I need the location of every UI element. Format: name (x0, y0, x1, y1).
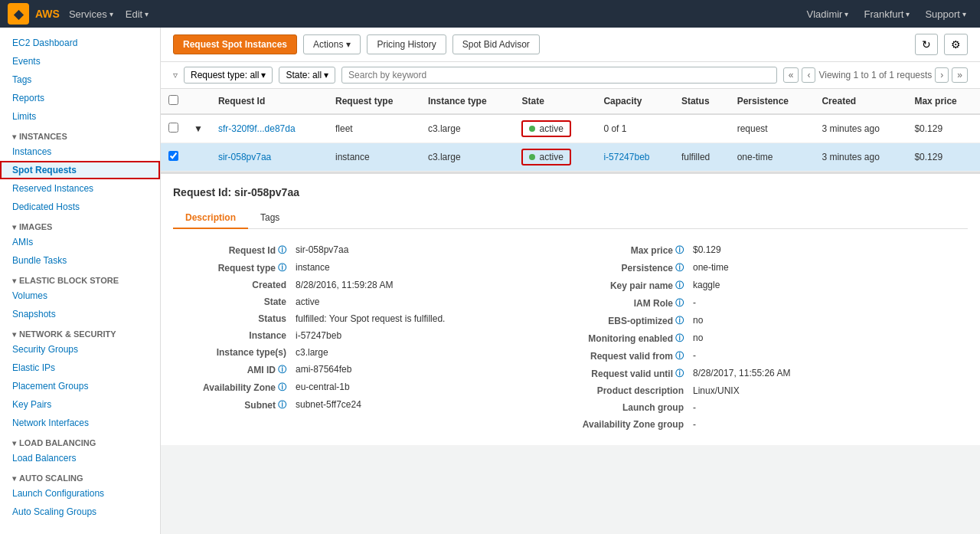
sidebar-item-placement-groups[interactable]: Placement Groups (0, 377, 160, 395)
key-pair-info-icon[interactable]: ⓘ (675, 280, 684, 291)
request-type-filter[interactable]: Request type: all ▾ (184, 67, 273, 84)
next-page-button[interactable]: › (935, 67, 949, 83)
valid-until-info-icon[interactable]: ⓘ (675, 368, 684, 379)
row1-capacity: 0 of 1 (596, 114, 674, 143)
nav-edit[interactable]: Edit ▾ (126, 8, 149, 20)
az-info-icon[interactable]: ⓘ (278, 382, 286, 393)
valid-from-info-icon[interactable]: ⓘ (675, 350, 684, 362)
toolbar: Request Spot Instances Actions ▾ Pricing… (161, 28, 980, 62)
tab-description[interactable]: Description (173, 208, 248, 229)
detail-az-value: eu-central-1b (296, 382, 350, 392)
detail-ebs-value: no (693, 315, 703, 326)
row2-max-price: $0.129 (906, 143, 980, 172)
detail-key-pair-value[interactable]: kaggle (693, 280, 720, 290)
nav-region[interactable]: Frankfurt ▾ (864, 8, 910, 20)
detail-request-id-value: sir-058pv7aa (296, 244, 348, 255)
pagination: « ‹ Viewing 1 to 1 of 1 requests › » (783, 67, 968, 83)
nav-support[interactable]: Support ▾ (925, 8, 966, 20)
monitoring-info-icon[interactable]: ⓘ (675, 333, 684, 344)
row1-instance-type: c3.large (420, 114, 514, 143)
row2-checkbox[interactable] (168, 151, 178, 161)
row2-state-dot (529, 154, 535, 160)
sidebar-item-volumes[interactable]: Volumes (0, 287, 160, 305)
sidebar-item-load-balancers[interactable]: Load Balancers (0, 449, 160, 467)
search-input[interactable] (341, 67, 777, 84)
sidebar-item-instances[interactable]: Instances (0, 143, 160, 161)
nav-right: Vladimir ▾ Frankfurt ▾ Support ▾ (800, 8, 972, 20)
table-row[interactable]: ▼ sfr-320f9f...de87da fleet c3.large act… (161, 114, 980, 143)
sidebar-item-amis[interactable]: AMIs (0, 233, 160, 251)
sidebar-item-bundle-tasks[interactable]: Bundle Tasks (0, 251, 160, 270)
detail-request-type-row: Request type ⓘ instance (173, 259, 546, 277)
actions-button[interactable]: Actions ▾ (303, 34, 361, 54)
row2-request-id[interactable]: sir-058pv7aa (218, 152, 271, 162)
settings-button[interactable]: ⚙ (944, 34, 968, 55)
sidebar-item-tags[interactable]: Tags (0, 70, 160, 89)
persistence-info-icon[interactable]: ⓘ (675, 262, 684, 274)
sidebar-item-launch-configurations[interactable]: Launch Configurations (0, 484, 160, 503)
first-page-button[interactable]: « (783, 67, 799, 83)
row2-state-badge: active (521, 149, 570, 165)
sidebar-item-key-pairs[interactable]: Key Pairs (0, 395, 160, 414)
instances-toggle[interactable]: ▾ (12, 133, 16, 141)
select-all-checkbox[interactable] (168, 95, 178, 105)
max-price-info-icon[interactable]: ⓘ (675, 244, 684, 256)
row1-state-badge: active (521, 120, 570, 137)
row1-created: 3 minutes ago (814, 114, 906, 143)
sidebar-item-spot-requests[interactable]: Spot Requests (0, 161, 160, 179)
spot-bid-advisor-button[interactable]: Spot Bid Advisor (452, 34, 540, 54)
expand-icon[interactable]: ▼ (194, 123, 203, 134)
sidebar-section-instances: ▾ INSTANCES (0, 126, 160, 143)
row1-request-id[interactable]: sfr-320f9f...de87da (218, 123, 296, 134)
detail-monitoring-row: Monitoring enabled ⓘ no (570, 329, 943, 347)
state-filter[interactable]: State: all ▾ (279, 67, 335, 84)
row1-status (674, 114, 730, 143)
sidebar-item-network-interfaces[interactable]: Network Interfaces (0, 414, 160, 432)
table-row[interactable]: sir-058pv7aa instance c3.large active i-… (161, 143, 980, 172)
sidebar-item-reports[interactable]: Reports (0, 89, 160, 107)
images-toggle[interactable]: ▾ (12, 223, 16, 231)
request-type-info-icon[interactable]: ⓘ (278, 262, 286, 274)
ebs-toggle[interactable]: ▾ (12, 277, 16, 285)
sidebar-item-auto-scaling-groups[interactable]: Auto Scaling Groups (0, 503, 160, 521)
request-spot-instances-button[interactable]: Request Spot Instances (173, 34, 297, 54)
iam-role-info-icon[interactable]: ⓘ (675, 297, 684, 309)
detail-valid-from-value: - (693, 350, 696, 361)
detail-monitoring-value: no (693, 333, 703, 343)
sidebar-item-ec2-dashboard[interactable]: EC2 Dashboard (0, 34, 160, 52)
nav-services[interactable]: Services ▾ (69, 8, 113, 20)
tab-tags[interactable]: Tags (248, 208, 292, 229)
row2-capacity[interactable]: i-57247beb (603, 152, 649, 162)
sidebar-item-reserved-instances[interactable]: Reserved Instances (0, 179, 160, 198)
request-id-info-icon[interactable]: ⓘ (278, 244, 286, 256)
as-toggle[interactable]: ▾ (12, 474, 16, 483)
ami-id-info-icon[interactable]: ⓘ (278, 364, 286, 375)
pricing-history-button[interactable]: Pricing History (367, 34, 446, 54)
sidebar-item-elastic-ips[interactable]: Elastic IPs (0, 359, 160, 377)
col-max-price: Max price (906, 89, 980, 114)
sidebar-item-limits[interactable]: Limits (0, 107, 160, 126)
sidebar-item-events[interactable]: Events (0, 52, 160, 70)
row1-checkbox[interactable] (168, 123, 178, 133)
subnet-info-icon[interactable]: ⓘ (278, 399, 286, 411)
detail-instance-row: Instance i-57247beb (173, 327, 546, 344)
detail-persistence-value: one-time (693, 262, 729, 273)
last-page-button[interactable]: » (952, 67, 968, 83)
ebs-info-icon[interactable]: ⓘ (675, 315, 684, 326)
nav-user[interactable]: Vladimir ▾ (806, 8, 848, 20)
detail-az-row: Availability Zone ⓘ eu-central-1b (173, 378, 546, 396)
sidebar-item-snapshots[interactable]: Snapshots (0, 305, 160, 323)
detail-request-id-row: Request Id ⓘ sir-058pv7aa (173, 241, 546, 259)
sidebar-item-security-groups[interactable]: Security Groups (0, 340, 160, 359)
lb-toggle[interactable]: ▾ (12, 439, 16, 447)
prev-page-button[interactable]: ‹ (802, 67, 815, 83)
network-toggle[interactable]: ▾ (12, 330, 16, 339)
detail-launch-group-row: Launch group - (570, 399, 943, 416)
sidebar-item-dedicated-hosts[interactable]: Dedicated Hosts (0, 198, 160, 216)
detail-state-row: State active (173, 293, 546, 310)
detail-launch-group-value: - (693, 402, 696, 413)
requests-table: Request Id Request type Instance type St… (161, 89, 980, 172)
detail-instance-value[interactable]: i-57247beb (296, 330, 341, 341)
refresh-button[interactable]: ↻ (915, 34, 938, 55)
detail-ami-id-row: AMI ID ⓘ ami-87564feb (173, 361, 546, 378)
